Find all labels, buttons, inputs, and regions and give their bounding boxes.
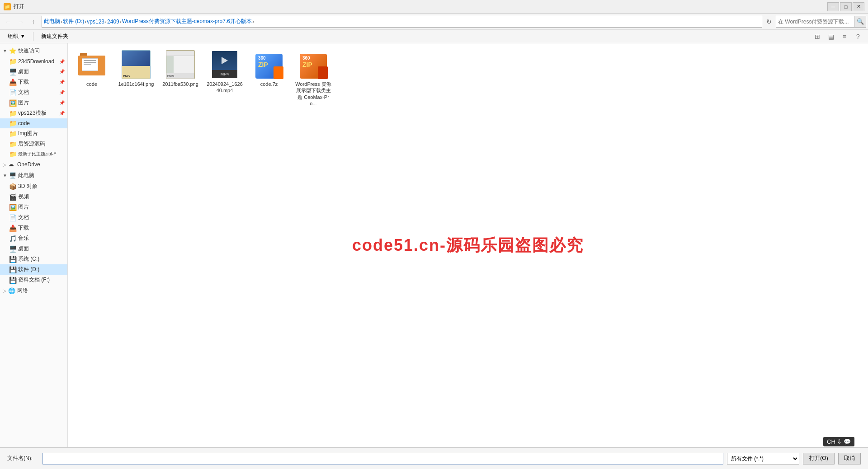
breadcrumb-vps123[interactable]: vps123 bbox=[87, 19, 104, 25]
center-watermark: code51.cn-源码乐园盗图必究 bbox=[352, 234, 584, 257]
drive-icon: 💾 bbox=[9, 256, 16, 263]
sidebar-item-label: 下载 bbox=[18, 224, 29, 232]
close-button[interactable]: ✕ bbox=[853, 2, 864, 11]
desktop-icon: 🖥️ bbox=[9, 245, 16, 253]
folder-icon: 📁 bbox=[9, 58, 16, 65]
back-button[interactable]: ← bbox=[2, 16, 14, 28]
sidebar-item-dl2[interactable]: 📥 下载 bbox=[0, 223, 67, 233]
png-preview2-icon: PNG bbox=[166, 50, 195, 79]
video-bottom: MP4 bbox=[212, 70, 237, 78]
sidebar-item-videos[interactable]: 🎬 视频 bbox=[0, 192, 67, 202]
ime-indicator[interactable]: CH ⇩ 💬 bbox=[823, 437, 854, 446]
file-icon: 360 ZIP bbox=[255, 50, 283, 79]
video-thumb bbox=[212, 51, 237, 70]
search-input[interactable] bbox=[776, 19, 854, 25]
onedrive-icon: ☁ bbox=[8, 161, 15, 168]
details-button[interactable]: ≡ bbox=[838, 31, 851, 42]
thispc-icon: 🖥️ bbox=[9, 172, 16, 179]
this-pc-header[interactable]: ▼ 🖥️ 此电脑 bbox=[0, 170, 67, 181]
sidebar-item-downloads[interactable]: 📥 下载 📌 bbox=[0, 77, 67, 87]
wp-zip-icon: 360 ZIP bbox=[299, 50, 328, 79]
folder-icon: 📁 bbox=[9, 130, 16, 137]
file-item-wp-zip[interactable]: 360 ZIP WordPress 资源展示型下载类主题 CeoMax-Pro.… bbox=[293, 47, 334, 110]
breadcrumb-2409[interactable]: 2409 bbox=[107, 19, 119, 25]
network-header[interactable]: ▷ 🌐 网络 bbox=[0, 285, 67, 296]
cancel-button[interactable]: 取消 bbox=[838, 453, 861, 464]
download-icon: 📥 bbox=[9, 225, 16, 232]
action-toolbar: 组织 ▼ 新建文件夹 ⊞ ▤ ≡ ? bbox=[0, 30, 868, 43]
breadcrumb-softd[interactable]: 软件 (D:) bbox=[63, 18, 84, 25]
file-item-code-folder[interactable]: code bbox=[71, 47, 112, 110]
view-mode-button[interactable]: ⊞ bbox=[811, 31, 824, 42]
toolbar-separator bbox=[33, 32, 33, 41]
file-name-png2: 2011fba530.png bbox=[162, 81, 198, 87]
sidebar-item-dataf[interactable]: 💾 资料文档 (F:) bbox=[0, 275, 67, 285]
file-item-7z[interactable]: 360 ZIP code.7z bbox=[249, 47, 289, 110]
doc-line bbox=[84, 64, 91, 65]
minimize-button[interactable]: ─ bbox=[827, 2, 839, 11]
maximize-button[interactable]: □ bbox=[840, 2, 852, 11]
file-icon bbox=[77, 50, 106, 79]
p2-top bbox=[166, 51, 194, 56]
sidebar-item-label: 3D 对象 bbox=[18, 183, 38, 190]
main-content: ▼ ⭐ 快速访问 📁 2345Download 📌 🖥️ 桌面 📌 📥 下载 📌 bbox=[0, 43, 868, 447]
organize-button[interactable]: 组织 ▼ bbox=[4, 32, 29, 42]
sidebar-item-vps123[interactable]: 📁 vps123模板 📌 bbox=[0, 108, 67, 118]
sidebar-item-2345download[interactable]: 📁 2345Download 📌 bbox=[0, 56, 67, 66]
pictures-icon: 🖼️ bbox=[9, 204, 16, 211]
file-item-mp4[interactable]: MP4 20240924_1626 40.mp4 bbox=[204, 47, 245, 110]
sidebar-item-documents[interactable]: 📄 文档 📌 bbox=[0, 87, 67, 98]
file-name-mp4: 20240924_1626 40.mp4 bbox=[207, 81, 243, 94]
search-bar[interactable]: 🔍 bbox=[776, 16, 866, 28]
sidebar-item-sysc[interactable]: 💾 系统 (C:) bbox=[0, 254, 67, 264]
ext-label: MP4 bbox=[221, 72, 229, 76]
sidebar-item-code[interactable]: 📁 code bbox=[0, 118, 67, 128]
address-bar[interactable]: 此电脑 › 软件 (D:) › vps123 › 2409 › WordPres… bbox=[42, 16, 762, 28]
play-icon bbox=[222, 57, 228, 64]
sidebar-item-desktop[interactable]: 🖥️ 桌面 📌 bbox=[0, 66, 67, 77]
quick-access-header[interactable]: ▼ ⭐ 快速访问 bbox=[0, 45, 67, 56]
forward-button[interactable]: → bbox=[14, 16, 27, 28]
file-icon: MP4 bbox=[210, 50, 239, 79]
filename-input[interactable] bbox=[42, 453, 723, 464]
folder-icon: 📁 bbox=[9, 110, 16, 117]
folder-icon: 📁 bbox=[9, 141, 16, 148]
breadcrumb-thispc[interactable]: 此电脑 bbox=[44, 18, 60, 25]
sidebar-item-pictures[interactable]: 🖼️ 图片 📌 bbox=[0, 98, 67, 108]
up-button[interactable]: ↑ bbox=[27, 16, 40, 28]
open-button[interactable]: 打开(O) bbox=[803, 453, 835, 464]
expand-onedrive-icon: ▷ bbox=[3, 162, 6, 167]
refresh-button[interactable]: ↻ bbox=[764, 16, 774, 28]
filetype-select[interactable]: 所有文件 (*.*) bbox=[727, 453, 799, 464]
sidebar-item-img[interactable]: 📁 Img图片 bbox=[0, 128, 67, 139]
sidebar-item-music[interactable]: 🎵 音乐 bbox=[0, 233, 67, 244]
breadcrumb-wp[interactable]: WordPress付费资源下载主题-ceomax-pro7.6开心版本 bbox=[122, 18, 252, 25]
filename-label: 文件名(N): bbox=[7, 455, 39, 462]
sidebar-item-newchild[interactable]: 📁 最新子比主题zibl-Y bbox=[0, 149, 67, 159]
sidebar-item-pics[interactable]: 🖼️ 图片 bbox=[0, 202, 67, 212]
sidebar-item-3d[interactable]: 📦 3D 对象 bbox=[0, 181, 67, 192]
sidebar-item-label: Img图片 bbox=[18, 130, 38, 137]
sidebar-item-softd[interactable]: 💾 软件 (D:) bbox=[0, 264, 67, 275]
onedrive-header[interactable]: ▷ ☁ OneDrive bbox=[0, 159, 67, 170]
p2-content bbox=[174, 56, 195, 73]
pin-icon: 📌 bbox=[59, 80, 65, 84]
search-button[interactable]: 🔍 bbox=[854, 16, 866, 27]
sidebar-item-resources[interactable]: 📁 后资源源码 bbox=[0, 139, 67, 149]
file-item-png1[interactable]: PNG 1e101c164f.png bbox=[116, 47, 156, 110]
sidebar-item-label: 桌面 bbox=[18, 68, 29, 75]
music-icon: 🎵 bbox=[9, 235, 16, 242]
sidebar-item-desk2[interactable]: 🖥️ 桌面 bbox=[0, 244, 67, 254]
file-area[interactable]: code51.cn-源码乐园盗图必究 bbox=[68, 43, 868, 447]
sidebar-item-docs2[interactable]: 📄 文档 bbox=[0, 212, 67, 223]
documents-icon: 📄 bbox=[9, 89, 16, 96]
doc-line bbox=[84, 62, 96, 63]
file-item-png2[interactable]: PNG 2011fba530.png bbox=[160, 47, 201, 110]
network-icon: 🌐 bbox=[8, 287, 15, 295]
pin-icon: 📌 bbox=[59, 90, 65, 95]
help-button[interactable]: ? bbox=[852, 31, 864, 42]
expand-network-icon: ▷ bbox=[3, 288, 6, 293]
preview-button[interactable]: ▤ bbox=[825, 31, 837, 42]
downloads-icon: 📥 bbox=[9, 79, 16, 86]
new-folder-button[interactable]: 新建文件夹 bbox=[37, 32, 72, 42]
